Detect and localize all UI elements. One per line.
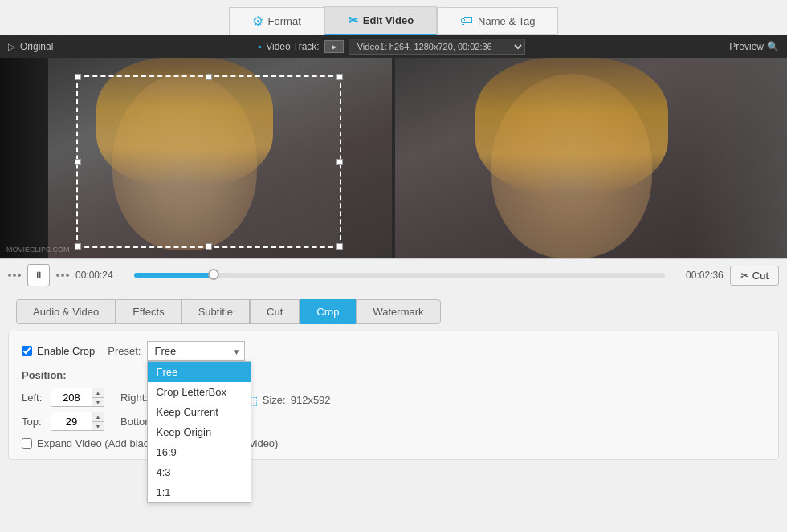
- video-track-section: ▪ Video Track: ▶ Video1: h264, 1280x720,…: [61, 39, 721, 55]
- total-time: 00:02:36: [671, 270, 724, 281]
- progress-handle[interactable]: [208, 269, 219, 280]
- tab-format[interactable]: ⚙ Format: [229, 7, 324, 35]
- video-track-select[interactable]: Video1: h264, 1280x720, 00:02:36: [349, 39, 525, 55]
- position-label: Position:: [22, 369, 104, 381]
- preview-video-panel: [395, 58, 787, 258]
- edit-tabs-bar: Audio & Video Effects Subtitle Cut Crop …: [0, 291, 787, 324]
- left-input[interactable]: [51, 389, 92, 406]
- search-icon: 🔍: [767, 41, 779, 52]
- watermark-text: Movieclips.com: [6, 246, 70, 254]
- left-spin-up[interactable]: ▲: [92, 388, 104, 397]
- video-track-icon: ▪: [258, 41, 261, 52]
- preset-label: Preset:: [108, 345, 141, 357]
- top-field-label: Top:: [22, 416, 46, 428]
- enable-crop-text: Enable Crop: [37, 345, 95, 357]
- top-input[interactable]: [51, 413, 92, 430]
- video-section: ▷ Original ▪ Video Track: ▶ Video1: h264…: [0, 35, 787, 258]
- video-content-left: Movieclips.com: [0, 58, 392, 258]
- position-group: Position: Left: ▲ ▼ Top: ▲ ▼: [22, 369, 104, 431]
- preview-woman-bg: [395, 58, 787, 258]
- scissors-icon: ✂: [740, 270, 749, 282]
- original-label: Original: [20, 41, 53, 52]
- woman-area-left: [48, 58, 392, 258]
- format-icon: ⚙: [252, 14, 263, 29]
- right-field-label: Right:: [120, 392, 148, 404]
- left-spinners: ▲ ▼: [92, 388, 104, 406]
- original-section: ▷ Original: [8, 41, 53, 52]
- left-spin-down[interactable]: ▼: [92, 397, 104, 406]
- current-time: 00:00:24: [75, 270, 128, 281]
- top-spin-down[interactable]: ▼: [92, 421, 104, 430]
- tab-crop[interactable]: Crop: [300, 299, 356, 324]
- video-panels: Movieclips.com: [0, 58, 787, 258]
- left-dots: [8, 274, 21, 277]
- dropdown-item-keep-current[interactable]: Keep Current: [148, 402, 251, 422]
- preset-dropdown-menu: Free Crop LetterBox Keep Current Keep Or…: [147, 361, 251, 503]
- top-spinners: ▲ ▼: [92, 412, 104, 430]
- edit-video-icon: ✂: [348, 13, 358, 28]
- dropdown-item-16-9[interactable]: 16:9: [148, 442, 251, 462]
- tab-name-tag-label: Name & Tag: [478, 15, 535, 27]
- play-triangle-icon: ▷: [8, 41, 15, 52]
- preview-section: Preview 🔍: [729, 41, 779, 52]
- tab-cut[interactable]: Cut: [250, 299, 300, 324]
- left-input-wrap: ▲ ▼: [51, 388, 104, 407]
- left-field-label: Left:: [22, 392, 46, 404]
- preview-label: Preview: [729, 41, 764, 52]
- preset-select[interactable]: Free Crop LetterBox Keep Current Keep Or…: [147, 341, 245, 361]
- video-track-label: Video Track:: [266, 41, 319, 52]
- preset-area: Preset: Free Crop LetterBox Keep Current…: [108, 341, 245, 361]
- controls-row1: Enable Crop Preset: Free Crop LetterBox …: [22, 341, 765, 361]
- tab-audio-video[interactable]: Audio & Video: [16, 299, 116, 324]
- size-info: ⬚ Size: 912x592: [247, 394, 331, 407]
- tab-watermark[interactable]: Watermark: [356, 299, 440, 324]
- cut-label: Cut: [752, 270, 769, 282]
- playback-bar: ⏸ 00:00:24 00:02:36 ✂ Cut: [0, 258, 787, 291]
- video-header: ▷ Original ▪ Video Track: ▶ Video1: h264…: [0, 35, 787, 58]
- tab-edit-video-label: Edit Video: [363, 14, 414, 26]
- crop-controls-panel: Enable Crop Preset: Free Crop LetterBox …: [8, 331, 779, 460]
- preset-select-container: Free Crop LetterBox Keep Current Keep Or…: [147, 341, 245, 361]
- top-tab-bar: ⚙ Format ✂ Edit Video 🏷 Name & Tag: [0, 0, 787, 35]
- preview-content: [395, 58, 787, 258]
- tab-name-tag[interactable]: 🏷 Name & Tag: [437, 7, 558, 35]
- progress-fill: [134, 273, 214, 278]
- enable-crop-checkbox[interactable]: [22, 346, 32, 356]
- size-label: Size:: [263, 394, 286, 406]
- dropdown-item-free[interactable]: Free: [148, 362, 251, 382]
- progress-bar[interactable]: [134, 273, 665, 278]
- enable-crop-checkbox-label[interactable]: Enable Crop: [22, 345, 95, 357]
- top-spin-up[interactable]: ▲: [92, 412, 104, 421]
- name-tag-icon: 🏷: [460, 14, 473, 28]
- tab-effects[interactable]: Effects: [116, 299, 181, 324]
- original-video-panel: Movieclips.com: [0, 58, 392, 258]
- tab-format-label: Format: [268, 15, 301, 27]
- tab-subtitle[interactable]: Subtitle: [181, 299, 250, 324]
- right-dots: [56, 274, 69, 277]
- tab-edit-video[interactable]: ✂ Edit Video: [324, 6, 437, 35]
- expand-video-checkbox[interactable]: [22, 438, 32, 449]
- play-pause-button[interactable]: ⏸: [27, 264, 50, 286]
- controls-row3: Expand Video (Add black padding around t…: [22, 437, 765, 449]
- controls-row2: Position: Left: ▲ ▼ Top: ▲ ▼: [22, 369, 765, 431]
- top-field-row: Top: ▲ ▼: [22, 412, 104, 431]
- dropdown-item-letterbox[interactable]: Crop LetterBox: [148, 382, 251, 402]
- top-input-wrap: ▲ ▼: [51, 412, 104, 431]
- dropdown-item-keep-origin[interactable]: Keep Origin: [148, 422, 251, 442]
- cut-button[interactable]: ✂ Cut: [730, 266, 779, 286]
- dropdown-item-1-1[interactable]: 1:1: [148, 482, 251, 502]
- size-value: 912x592: [291, 394, 331, 406]
- dropdown-item-4-3[interactable]: 4:3: [148, 462, 251, 482]
- left-field-row: Left: ▲ ▼: [22, 388, 104, 407]
- track-thumbnail: ▶: [324, 40, 344, 53]
